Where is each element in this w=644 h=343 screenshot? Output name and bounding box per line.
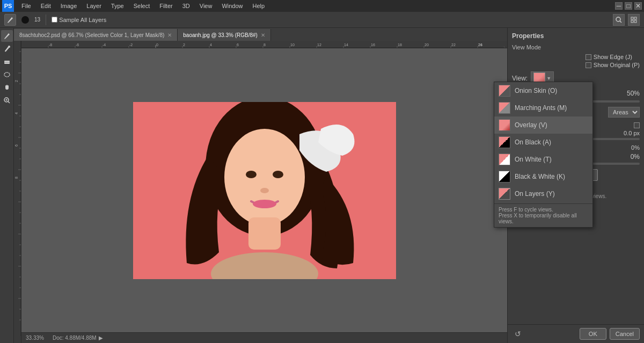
svg-point-85: [224, 129, 305, 225]
svg-rect-13: [14, 41, 21, 336]
svg-text:26: 26: [478, 43, 482, 47]
tool-pen[interactable]: [1, 30, 13, 42]
reset-button[interactable]: ↺: [512, 328, 524, 340]
smooth-value: 0%: [631, 144, 640, 151]
left-toolbar: [0, 28, 14, 343]
svg-point-88: [246, 171, 257, 178]
smart-radius-checkbox[interactable]: [634, 122, 640, 128]
menu-bar: PS File Edit Image Layer Type Select Fil…: [0, 0, 644, 12]
close-button[interactable]: ✕: [634, 2, 642, 10]
checkboxes-row: Show Edge (J) Show Original (P): [512, 54, 640, 68]
shift-edge-value: 0%: [631, 153, 640, 160]
minimize-button[interactable]: ─: [615, 2, 623, 10]
hints-footer: Press F to cycle views. Press X to tempo…: [494, 203, 592, 227]
sample-all-layers-input[interactable]: [52, 17, 57, 23]
dropdown-item-on-white[interactable]: On White (T): [494, 151, 592, 168]
dropdown-item-onion-skin[interactable]: Onion Skin (O): [494, 82, 592, 99]
svg-text:4: 4: [210, 43, 212, 47]
svg-text:8: 8: [264, 43, 266, 47]
svg-point-8: [4, 72, 10, 77]
dropdown-item-marching-ants[interactable]: Marching Ants (M): [494, 99, 592, 116]
brush-preview[interactable]: [19, 14, 31, 26]
checkboxes-col: Show Edge (J) Show Original (P): [586, 54, 640, 68]
menu-help[interactable]: Help: [248, 2, 269, 10]
on-layers-label: On Layers (Y): [515, 190, 555, 198]
tab-close-1[interactable]: ✕: [167, 32, 172, 38]
tool-brush2[interactable]: [1, 43, 13, 55]
tool-eraser[interactable]: [1, 56, 13, 68]
menu-filter[interactable]: Filter: [155, 2, 177, 10]
show-edge-checkbox[interactable]: [586, 54, 591, 60]
hint-disable: Press X to temporarily disable all views…: [499, 213, 588, 224]
dropdown-item-overlay[interactable]: Overlay (V): [494, 116, 592, 134]
marching-ants-thumb: [499, 102, 510, 114]
menu-window[interactable]: Window: [217, 2, 247, 10]
tool-lasso[interactable]: [1, 69, 13, 81]
svg-text:4: 4: [14, 112, 18, 114]
ruler-h-row: -8 -6 -4 -2 0 2 4 6 8 10 12 14 16 18: [21, 41, 507, 343]
on-black-thumb: [499, 136, 510, 148]
svg-rect-5: [634, 20, 636, 23]
search-button[interactable]: [613, 14, 625, 26]
menu-file[interactable]: File: [17, 2, 35, 10]
arrange-button[interactable]: [628, 14, 640, 26]
maximize-button[interactable]: □: [625, 2, 632, 10]
black-white-thumb: [499, 171, 510, 183]
canvas-image: [133, 102, 396, 279]
tab-8sachtuhoc[interactable]: 8sachtuhoc2.psd @ 66.7% (Selective Color…: [14, 29, 178, 41]
tool-hand[interactable]: [1, 82, 13, 93]
dropdown-item-black-white[interactable]: Black & White (K): [494, 168, 592, 185]
svg-line-1: [620, 21, 621, 23]
svg-point-0: [616, 17, 620, 21]
tab-close-2[interactable]: ✕: [261, 32, 265, 38]
ps-logo: PS: [2, 0, 14, 12]
dropdown-arrow-icon: ▼: [546, 76, 551, 81]
black-white-label: Black & White (K): [515, 173, 565, 180]
ok-cancel-buttons: OK Cancel: [580, 328, 640, 340]
dropdown-item-on-layers[interactable]: On Layers (Y): [494, 185, 592, 202]
svg-rect-86: [248, 217, 281, 250]
view-mode-title: View Mode: [512, 44, 640, 50]
dropdown-item-on-black[interactable]: On Black (A): [494, 134, 592, 151]
doc-info-arrow: ▶: [99, 335, 103, 341]
menu-3d[interactable]: 3D: [178, 2, 194, 10]
ruler-horizontal: -8 -6 -4 -2 0 2 4 6 8 10 12 14 16 18: [21, 41, 507, 48]
menu-image[interactable]: Image: [56, 2, 82, 10]
overlay-thumb: [499, 119, 510, 131]
on-white-thumb: [499, 154, 510, 165]
show-original-label: Show Original (P): [594, 62, 640, 68]
tab-baoanh[interactable]: baoanh.jpg @ 33.3% (RGB/8#) ✕: [178, 29, 271, 41]
menu-select[interactable]: Select: [129, 2, 155, 10]
show-original-row: Show Original (P): [586, 62, 640, 68]
canvas-viewport[interactable]: [21, 48, 507, 332]
bottom-bar: ↺ OK Cancel: [508, 324, 644, 343]
cancel-button[interactable]: Cancel: [610, 328, 640, 340]
tool-brush[interactable]: [4, 14, 16, 26]
svg-text:22: 22: [451, 43, 456, 47]
tool-zoom[interactable]: [1, 94, 13, 106]
sample-all-layers-checkbox[interactable]: Sample All Layers: [52, 17, 106, 23]
svg-text:-6: -6: [76, 43, 79, 47]
areas-select[interactable]: Areas: [608, 107, 640, 118]
radius-value: 0.0 px: [624, 130, 640, 136]
overlay-label: Overlay (V): [515, 121, 547, 129]
zoom-level: 33.33%: [26, 335, 44, 341]
svg-text:12: 12: [317, 43, 321, 47]
svg-text:16: 16: [371, 43, 375, 47]
tab-label-2: baoanh.jpg @ 33.3% (RGB/8#): [183, 32, 258, 38]
menu-edit[interactable]: Edit: [36, 2, 55, 10]
on-layers-thumb: [499, 188, 510, 200]
menu-view[interactable]: View: [195, 2, 217, 10]
ok-button[interactable]: OK: [580, 328, 606, 340]
preview-value: 50%: [627, 90, 640, 97]
menu-layer[interactable]: Layer: [82, 2, 106, 10]
show-edge-row: Show Edge (J): [586, 54, 640, 60]
svg-text:8: 8: [14, 177, 18, 179]
svg-point-90: [260, 188, 269, 193]
show-original-checkbox[interactable]: [586, 62, 591, 68]
svg-rect-2: [631, 17, 633, 19]
svg-text:0: 0: [156, 43, 158, 47]
menu-type[interactable]: Type: [107, 2, 128, 10]
view-dropdown-menu[interactable]: Onion Skin (O) Marching Ants (M) Overlay…: [494, 82, 593, 228]
svg-text:18: 18: [398, 43, 402, 47]
